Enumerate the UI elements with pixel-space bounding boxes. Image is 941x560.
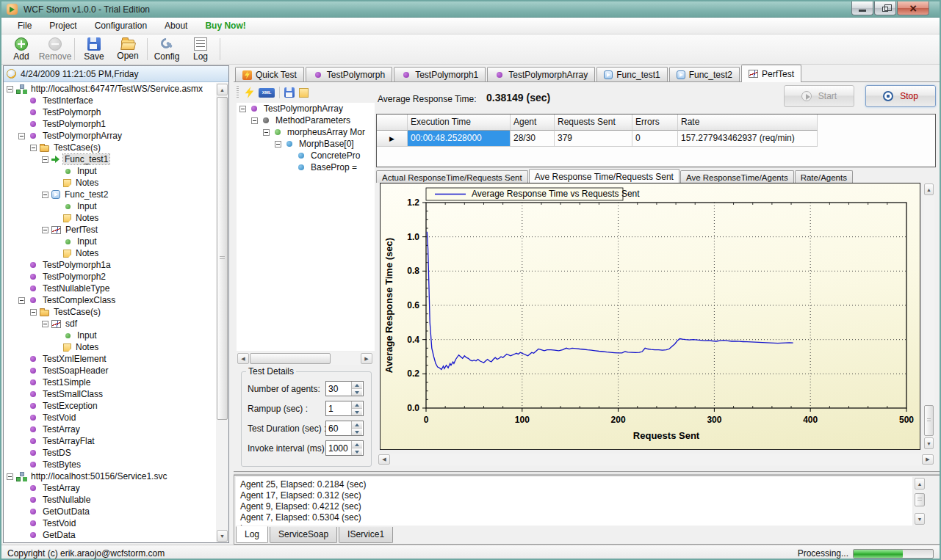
- tree-item-func-test2[interactable]: Func_test2: [4, 189, 216, 200]
- tree-item-testxmlelement[interactable]: TestXmlElement: [4, 353, 216, 365]
- tree-item-testcase-s[interactable]: TestCase(s): [4, 306, 216, 318]
- chart-tab-actual-responsetime-requests-sent[interactable]: Actual ResponseTime/Requests Sent: [376, 170, 528, 183]
- tree-item-morpheusarray-mor[interactable]: morpheusArray Mor: [237, 126, 375, 138]
- tree-item-notes[interactable]: Notes: [4, 212, 216, 224]
- tree-item-testpolymorpharray[interactable]: TestPolymorphArray: [237, 103, 375, 114]
- tab-func-test2[interactable]: Func_test2: [669, 67, 740, 82]
- log-tab-servicesoap[interactable]: ServiceSoap: [270, 527, 337, 543]
- tree-item-http-localhost-50156-service1-svc[interactable]: http://localhost:50156/Service1.svc: [4, 470, 216, 482]
- tree-item-testnullable[interactable]: TestNullable: [4, 494, 216, 506]
- stop-button[interactable]: Stop: [865, 85, 936, 107]
- tree-item-testarrayflat[interactable]: TestArrayFlat: [4, 435, 216, 447]
- menu-item-configuration[interactable]: Configuration: [86, 18, 156, 33]
- service-tree-scrollbar[interactable]: ▲ ▼: [216, 83, 228, 542]
- tree-item-testinterface[interactable]: TestInterface: [4, 95, 216, 106]
- tree-item-concretepro[interactable]: ConcretePro: [237, 150, 375, 161]
- menu-item-project[interactable]: Project: [40, 18, 85, 33]
- grid-cell[interactable]: 157.277943462937 (req/min): [678, 131, 818, 147]
- expander-icon[interactable]: [239, 106, 246, 112]
- tab-testpolymorpharray[interactable]: TestPolymorphArray: [487, 67, 595, 82]
- tree-item-testds[interactable]: TestDS: [4, 447, 216, 459]
- tab-testpolymorph[interactable]: TestPolymorph: [306, 67, 392, 82]
- xml-view-icon[interactable]: [259, 88, 275, 98]
- tree-item-morphbase-0[interactable]: MorphBase[0]: [237, 138, 375, 150]
- tree-item-sdf[interactable]: sdf: [4, 318, 216, 330]
- save-test-icon[interactable]: [284, 87, 295, 98]
- spin-down-button[interactable]: [352, 409, 362, 415]
- tree-item-notes[interactable]: Notes: [4, 341, 216, 353]
- tree-item-http-localhost-64747-testws-service-asmx[interactable]: http://localhost:64747/TestWS/Service.as…: [4, 83, 216, 95]
- grid-column-header-rate[interactable]: Rate: [678, 114, 818, 131]
- expander-icon[interactable]: [7, 473, 13, 480]
- tree-item-testpolymorph[interactable]: TestPolymorph: [4, 106, 216, 118]
- minimize-button[interactable]: [851, 1, 873, 15]
- menu-item-file[interactable]: File: [9, 18, 40, 33]
- spin-down-button[interactable]: [352, 429, 362, 435]
- scroll-down-icon[interactable]: ▼: [217, 530, 228, 542]
- chart-hscrollbar[interactable]: ◀ ▶: [378, 454, 934, 465]
- tree-item-testvoid[interactable]: TestVoid: [4, 517, 216, 529]
- grid-column-header-errors[interactable]: Errors: [632, 114, 678, 131]
- spin-up-button[interactable]: [352, 401, 362, 409]
- spinner-input[interactable]: [326, 401, 351, 415]
- grid-cell[interactable]: 00:00:48.2528000: [408, 131, 511, 147]
- log-button[interactable]: Log: [184, 35, 217, 63]
- tab-testpolymorph1[interactable]: TestPolymorph1: [394, 67, 486, 82]
- scroll-left-icon[interactable]: ◀: [237, 353, 249, 364]
- expander-icon[interactable]: [42, 192, 48, 198]
- tree-item-perftest[interactable]: PerfTest: [4, 224, 216, 236]
- grid-column-header-requests-sent[interactable]: Requests Sent: [555, 114, 632, 131]
- chart-tab-ave-response-time-requests-sent[interactable]: Ave Response Time/Requests Sent: [529, 169, 679, 183]
- scrollbar-thumb[interactable]: [217, 97, 228, 420]
- tree-item-testcase-s[interactable]: TestCase(s): [4, 142, 216, 153]
- invoke-icon[interactable]: [245, 87, 254, 98]
- spin-up-button[interactable]: [352, 441, 362, 448]
- expander-icon[interactable]: [275, 141, 281, 148]
- restore-button[interactable]: [874, 1, 896, 15]
- tree-item-testcomplexclass[interactable]: TestComplexClass: [4, 294, 216, 306]
- title-bar[interactable]: WCF Storm v1.0.0 - Trial Edition ×: [1, 1, 940, 18]
- tree-item-testpolymorph1[interactable]: TestPolymorph1: [4, 118, 216, 130]
- add-button[interactable]: Add: [4, 35, 38, 63]
- close-button[interactable]: ×: [897, 1, 929, 15]
- tree-item-input[interactable]: Input: [4, 330, 216, 341]
- scroll-down-icon[interactable]: ▼: [915, 513, 925, 525]
- scroll-up-icon[interactable]: ▲: [217, 84, 228, 95]
- tree-item-testpolymorpharray[interactable]: TestPolymorphArray: [4, 130, 216, 142]
- menu-item-buy-now[interactable]: Buy Now!: [196, 18, 254, 33]
- expander-icon[interactable]: [18, 133, 25, 139]
- expander-icon[interactable]: [18, 297, 25, 304]
- scrollbar-thumb[interactable]: [915, 493, 925, 506]
- tree-item-func-test1[interactable]: Func_test1: [4, 153, 216, 165]
- spin-up-button[interactable]: [352, 421, 362, 429]
- start-button[interactable]: Start: [784, 85, 854, 107]
- log-tab-log[interactable]: Log: [236, 526, 268, 543]
- tree-item-getdata[interactable]: GetData: [4, 529, 216, 541]
- expander-icon[interactable]: [42, 321, 48, 327]
- grid-cell[interactable]: 0: [632, 131, 678, 147]
- expander-icon[interactable]: [30, 145, 37, 151]
- scrollbar-thumb[interactable]: [924, 405, 934, 436]
- scroll-down-icon[interactable]: ▼: [924, 437, 934, 449]
- tree-item-methodparameters[interactable]: MethodParameters: [237, 114, 375, 126]
- grid-cell[interactable]: 379: [555, 131, 632, 147]
- tree-item-notes[interactable]: Notes: [4, 177, 216, 189]
- spinner-input[interactable]: [326, 382, 351, 396]
- spin-up-button[interactable]: [352, 382, 362, 389]
- tree-item-testnullabletype[interactable]: TestNullableType: [4, 283, 216, 294]
- spinner-input[interactable]: [326, 421, 351, 435]
- tree-item-testpolymorph2[interactable]: TestPolymorph2: [4, 271, 216, 283]
- tree-item-testbytes[interactable]: TestBytes: [4, 459, 216, 470]
- tree-item-testexception[interactable]: TestException: [4, 400, 216, 412]
- grid-column-header-agent[interactable]: Agent: [511, 114, 555, 131]
- log-output[interactable]: Agent 25, Elapsed: 0.2184 (sec)Agent 17,…: [236, 477, 912, 526]
- tree-item-test1simple[interactable]: Test1Simple: [4, 377, 216, 388]
- scroll-left-icon[interactable]: ◀: [378, 454, 390, 465]
- grid-cell[interactable]: 28/30: [511, 131, 555, 147]
- scroll-up-icon[interactable]: ▲: [915, 478, 925, 490]
- toolbar-grip[interactable]: [237, 86, 239, 99]
- tab-quick-test[interactable]: Quick Test: [235, 67, 304, 82]
- scroll-right-icon[interactable]: ▶: [361, 353, 372, 364]
- expander-icon[interactable]: [7, 86, 13, 92]
- spinner-input[interactable]: [326, 441, 351, 455]
